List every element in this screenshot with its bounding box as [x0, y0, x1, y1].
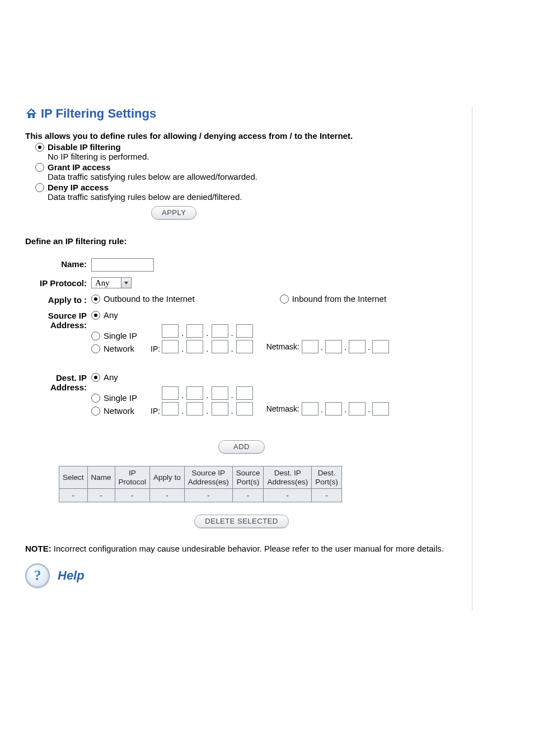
radio-inbound-label: Inbound from the Internet — [292, 294, 386, 304]
radio-deny-access-label: Deny IP access — [48, 183, 109, 192]
source-net-oct1[interactable] — [162, 340, 179, 353]
dropdown-arrow-icon[interactable] — [121, 277, 132, 288]
col-name: Name — [87, 466, 115, 489]
note-text: NOTE: Incorrect configuration may cause … — [25, 544, 458, 553]
dest-ip-label: Dest. IPAddress: — [25, 372, 87, 392]
source-single-oct2[interactable] — [186, 324, 203, 338]
radio-disable-filtering-desc: No IP filtering is performed. — [48, 152, 458, 161]
table-header-row: Select Name IPProtocol Apply to Source I… — [59, 466, 342, 489]
table-row: - - - - - - - - — [59, 489, 342, 502]
source-single-ip-fields: IP: . . . — [151, 324, 253, 338]
name-input[interactable] — [91, 258, 154, 272]
intro-text: This allows you to define rules for allo… — [25, 131, 458, 141]
radio-grant-access-label: Grant IP access — [48, 162, 110, 172]
add-button[interactable]: ADD — [218, 440, 265, 454]
dest-single-oct2[interactable] — [186, 386, 203, 400]
dest-mask-oct3[interactable] — [349, 402, 366, 416]
col-applyto: Apply to — [150, 466, 185, 489]
netmask-label: Netmask: — [266, 342, 299, 351]
filter-mode-radio-group: Disable IP filtering No IP filtering is … — [35, 142, 458, 202]
radio-source-single[interactable] — [91, 332, 100, 340]
radio-dest-single-label: Single IP — [104, 393, 137, 403]
rules-table: Select Name IPProtocol Apply to Source I… — [59, 466, 342, 502]
home-icon — [25, 108, 38, 120]
help-link[interactable]: Help — [58, 568, 85, 583]
radio-grant-access-desc: Data traffic satisfying rules below are … — [48, 172, 458, 181]
dest-mask-oct1[interactable] — [302, 402, 318, 416]
col-source-port: SourcePort(s) — [232, 466, 264, 489]
delete-selected-button[interactable]: DELETE SELECTED — [194, 515, 288, 528]
radio-disable-filtering[interactable] — [35, 143, 44, 152]
radio-outbound[interactable] — [91, 295, 100, 304]
source-mask-oct3[interactable] — [349, 340, 366, 353]
radio-disable-filtering-label: Disable IP filtering — [48, 142, 121, 152]
radio-inbound[interactable] — [280, 295, 289, 304]
dest-net-oct3[interactable] — [212, 402, 228, 416]
page-title: IP Filtering Settings — [41, 106, 156, 121]
radio-dest-any-label: Any — [104, 372, 118, 382]
radio-deny-access[interactable] — [35, 183, 44, 192]
source-mask-oct4[interactable] — [372, 340, 389, 353]
source-netmask-fields: Netmask: . . . — [266, 340, 390, 353]
source-mask-oct2[interactable] — [325, 340, 342, 353]
source-net-oct4[interactable] — [236, 340, 253, 353]
dest-single-oct1[interactable] — [162, 386, 179, 400]
svg-rect-1 — [30, 115, 32, 118]
protocol-select-value: Any — [91, 277, 121, 288]
dest-single-oct4[interactable] — [236, 386, 253, 400]
radio-source-any-label: Any — [104, 310, 118, 320]
radio-source-network-label: Network — [104, 344, 134, 353]
ip-label-dest: IP: — [151, 407, 160, 416]
dest-net-oct1[interactable] — [162, 402, 179, 416]
radio-deny-access-desc: Data traffic satisfying rules below are … — [48, 192, 458, 202]
radio-source-single-label: Single IP — [104, 331, 137, 340]
dest-single-oct3[interactable] — [212, 386, 228, 400]
page-title-row: IP Filtering Settings — [25, 106, 458, 121]
col-source-ip: Source IPAddress(es) — [184, 466, 232, 489]
dest-network-ip-fields: IP: . . . — [151, 402, 253, 416]
dest-net-oct4[interactable] — [236, 402, 253, 416]
col-dest-ip: Dest. IPAddress(es) — [264, 466, 312, 489]
name-field-label: Name: — [25, 258, 87, 269]
netmask-label-dest: Netmask: — [266, 404, 299, 413]
radio-source-any[interactable] — [91, 311, 100, 320]
radio-dest-single[interactable] — [91, 394, 100, 403]
protocol-field-label: IP Protocol: — [25, 277, 87, 288]
protocol-select[interactable]: Any — [91, 277, 132, 288]
radio-dest-network-label: Network — [104, 406, 134, 416]
source-mask-oct1[interactable] — [302, 340, 318, 353]
source-net-oct2[interactable] — [186, 340, 203, 353]
applyto-field-label: Apply to : — [25, 294, 87, 305]
radio-dest-any[interactable] — [91, 373, 100, 382]
radio-source-network[interactable] — [91, 344, 100, 353]
radio-dest-network[interactable] — [91, 407, 100, 416]
dest-mask-oct2[interactable] — [325, 402, 342, 416]
source-single-oct1[interactable] — [162, 324, 179, 338]
radio-grant-access[interactable] — [35, 163, 44, 172]
help-icon[interactable]: ? — [25, 563, 50, 588]
source-single-oct4[interactable] — [236, 324, 253, 338]
svg-rect-2 — [33, 110, 35, 112]
ip-label: IP: — [151, 344, 160, 353]
dest-net-oct2[interactable] — [186, 402, 203, 416]
source-net-oct3[interactable] — [212, 340, 228, 353]
source-ip-label: Source IPAddress: — [25, 310, 87, 330]
col-select: Select — [59, 466, 88, 489]
rule-form: Name: IP Protocol: Any Apply to : Outbou… — [25, 258, 458, 416]
source-single-oct3[interactable] — [212, 324, 228, 338]
dest-netmask-fields: Netmask: . . . — [266, 402, 390, 416]
define-rule-heading: Define an IP filtering rule: — [25, 236, 458, 246]
dest-mask-oct4[interactable] — [372, 402, 389, 416]
radio-outbound-label: Outbound to the Internet — [104, 294, 195, 304]
col-protocol: IPProtocol — [115, 466, 150, 489]
apply-button[interactable]: APPLY — [151, 206, 196, 220]
source-network-ip-fields: IP: . . . — [151, 340, 253, 353]
dest-single-ip-fields: IP: . . . — [151, 386, 253, 400]
col-dest-port: Dest.Port(s) — [312, 466, 342, 489]
